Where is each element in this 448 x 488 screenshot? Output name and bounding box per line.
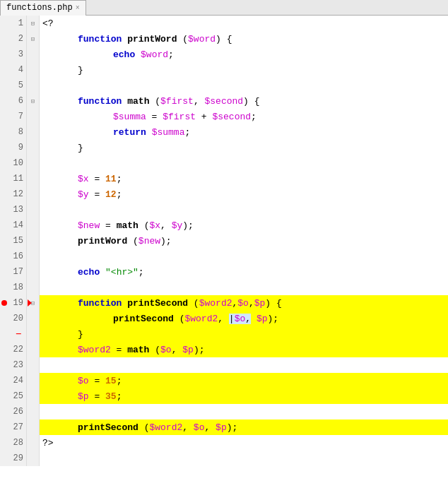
- line-num-19: 19: [0, 295, 26, 311]
- gutter-26: [27, 404, 39, 419]
- gutter-29: [27, 451, 39, 466]
- line-num-16: 16: [0, 249, 26, 264]
- gutter-21: [27, 326, 39, 342]
- gutter-9: [27, 140, 39, 155]
- code-line-21: }: [40, 326, 448, 342]
- code-line-20: printSecond ($word2, |$o, $p);: [40, 311, 448, 326]
- gutter-15: [27, 233, 39, 249]
- gutter-14: [27, 218, 39, 233]
- gutter-20: [27, 311, 39, 326]
- gutter-10: [27, 155, 39, 171]
- line-num-17: 17: [0, 264, 26, 280]
- line-num-27: 27: [0, 419, 26, 435]
- gutter-7: [27, 109, 39, 124]
- line-num-23: 23: [0, 357, 26, 373]
- gutter-24: [27, 373, 39, 388]
- line-num-1: 1: [0, 16, 26, 31]
- line-num-11: 11: [0, 171, 26, 186]
- code-line-28: ?>: [40, 435, 448, 451]
- code-line-29: [40, 451, 448, 466]
- code-line-5: [40, 78, 448, 93]
- gutter-4: [27, 62, 39, 78]
- line-num-20: 20: [0, 311, 26, 326]
- code-line-2: function printWord ($word) {: [40, 31, 448, 47]
- code-line-25: $p = 35;: [40, 388, 448, 404]
- line-num-5: 5: [0, 78, 26, 93]
- line-num-9: 9: [0, 140, 26, 155]
- code-line-22: $word2 = math ($o, $p);: [40, 342, 448, 357]
- line-num-25: 25: [0, 388, 26, 404]
- line-num-12: 12: [0, 186, 26, 202]
- code-line-7: $summa = $first + $second;: [40, 109, 448, 124]
- fold-gutter: ⊟ ⊟ ⊟ ⊟: [27, 16, 40, 466]
- code-line-27: printSecond ($word2, $o, $p);: [40, 419, 448, 435]
- gutter-22: [27, 342, 39, 357]
- line-num-8: 8: [0, 124, 26, 140]
- gutter-11: [27, 171, 39, 186]
- line-numbers: 1 2 3 4 5 6 7 8 9 10 11 12 13 14 15 16 1…: [0, 16, 27, 466]
- line-num-21: –: [0, 326, 26, 342]
- tab-close-button[interactable]: ×: [76, 4, 80, 12]
- code-line-3: echo $word;: [40, 47, 448, 62]
- code-line-12: $y = 12;: [40, 186, 448, 202]
- line-num-10: 10: [0, 155, 26, 171]
- line-num-24: 24: [0, 373, 26, 388]
- line-num-14: 14: [0, 218, 26, 233]
- gutter-6[interactable]: ⊟: [27, 93, 39, 109]
- tab-bar: functions.php ×: [0, 0, 448, 16]
- gutter-27: [27, 419, 39, 435]
- gutter-23: [27, 357, 39, 373]
- gutter-13: [27, 202, 39, 218]
- code-line-23: [40, 357, 448, 373]
- line-num-28: 28: [0, 435, 26, 451]
- gutter-12: [27, 186, 39, 202]
- code-line-14: $new = math ($x, $y);: [40, 218, 448, 233]
- line-num-15: 15: [0, 233, 26, 249]
- gutter-16: [27, 249, 39, 264]
- gutter-18: [27, 280, 39, 295]
- code-line-24: $o = 15;: [40, 373, 448, 388]
- gutter-5: [27, 78, 39, 93]
- gutter-17: [27, 264, 39, 280]
- code-line-1: <?: [40, 16, 448, 31]
- code-line-18: [40, 280, 448, 295]
- code-line-6: function math ($first, $second) {: [40, 93, 448, 109]
- code-area: 1 2 3 4 5 6 7 8 9 10 11 12 13 14 15 16 1…: [0, 16, 448, 466]
- code-line-16: [40, 249, 448, 264]
- gutter-8: [27, 124, 39, 140]
- code-line-11: $x = 11;: [40, 171, 448, 186]
- code-line-8: return $summa;: [40, 124, 448, 140]
- tab-filename: functions.php: [6, 3, 73, 13]
- line-num-22: 22: [0, 342, 26, 357]
- code-line-19: function printSecond ($word2,$o,$p) {: [40, 295, 448, 311]
- line-num-6: 6: [0, 93, 26, 109]
- tab-functions-php[interactable]: functions.php ×: [0, 0, 86, 16]
- code-line-9: }: [40, 140, 448, 155]
- line-num-2: 2: [0, 31, 26, 47]
- code-line-10: [40, 155, 448, 171]
- code-line-17: echo "<hr>";: [40, 264, 448, 280]
- line-num-3: 3: [0, 47, 26, 62]
- code-line-15: printWord ($new);: [40, 233, 448, 249]
- gutter-2[interactable]: ⊟: [27, 31, 39, 47]
- code-content[interactable]: <? function printWord ($word) { echo $wo…: [40, 16, 448, 466]
- gutter-3: [27, 47, 39, 62]
- line-num-4: 4: [0, 62, 26, 78]
- gutter-28: [27, 435, 39, 451]
- line-num-26: 26: [0, 404, 26, 419]
- editor-window: functions.php × 1 2 3 4 5 6 7 8 9 10 11 …: [0, 0, 448, 466]
- gutter-1[interactable]: ⊟: [27, 16, 39, 31]
- code-line-13: [40, 202, 448, 218]
- code-line-4: }: [40, 62, 448, 78]
- code-line-26: [40, 404, 448, 419]
- line-num-18: 18: [0, 280, 26, 295]
- line-num-7: 7: [0, 109, 26, 124]
- line-num-29: 29: [0, 451, 26, 466]
- gutter-25: [27, 388, 39, 404]
- line-num-13: 13: [0, 202, 26, 218]
